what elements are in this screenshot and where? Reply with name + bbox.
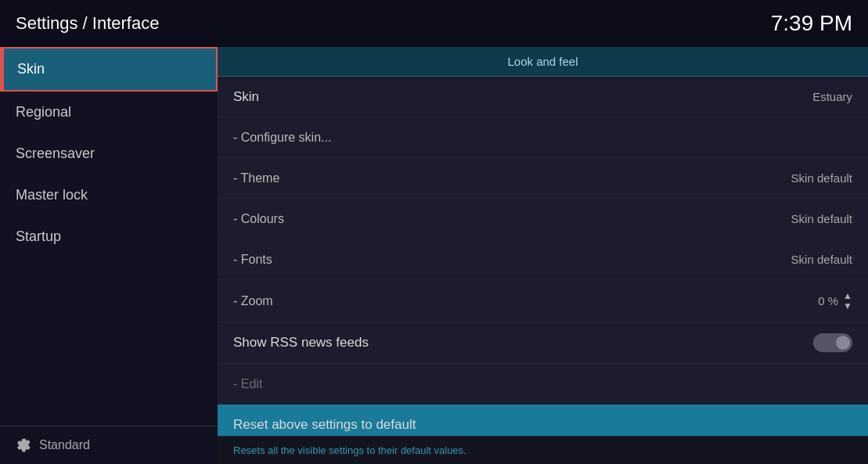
sidebar-nav: SkinRegionalScreensaverMaster lockStartu… xyxy=(0,47,218,426)
page-title: Settings / Interface xyxy=(16,13,159,34)
app-header: Settings / Interface 7:39 PM xyxy=(0,0,868,47)
sidebar-item-master-lock[interactable]: Master lock xyxy=(0,174,218,216)
settings-row-reset[interactable]: Reset above settings to default xyxy=(218,405,868,436)
setting-label-zoom: - Zoom xyxy=(233,294,273,308)
right-panel: Look and feel SkinEstuary- Configure ski… xyxy=(218,47,868,464)
standard-label: Standard xyxy=(39,438,90,452)
setting-value-zoom: 0 % ▲▼ xyxy=(818,291,852,311)
settings-row-theme: - ThemeSkin default xyxy=(218,158,868,199)
clock: 7:39 PM xyxy=(771,11,852,36)
setting-label-reset: Reset above settings to default xyxy=(233,417,416,433)
setting-label-theme: - Theme xyxy=(233,171,279,185)
sidebar-item-skin[interactable]: Skin xyxy=(0,47,218,92)
setting-label-skin: Skin xyxy=(233,89,259,105)
main-layout: SkinRegionalScreensaverMaster lockStartu… xyxy=(0,47,868,464)
toggle-rss-feeds[interactable] xyxy=(813,333,852,352)
setting-value-fonts: Skin default xyxy=(791,253,852,266)
setting-label-configure-skin: - Configure skin... xyxy=(233,131,331,145)
settings-row-rss-feeds[interactable]: Show RSS news feeds xyxy=(218,322,868,364)
settings-row-edit[interactable]: - Edit xyxy=(218,364,868,405)
sidebar-item-screensaver[interactable]: Screensaver xyxy=(0,133,218,174)
setting-value-skin: Estuary xyxy=(812,90,852,103)
setting-label-fonts: - Fonts xyxy=(233,253,272,267)
stepper-arrows-zoom[interactable]: ▲▼ xyxy=(843,291,852,311)
footer-hint: Resets all the visible settings to their… xyxy=(218,436,868,464)
sidebar-item-startup[interactable]: Startup xyxy=(0,216,218,257)
setting-label-rss-feeds: Show RSS news feeds xyxy=(233,335,369,351)
sidebar-item-regional[interactable]: Regional xyxy=(0,92,218,133)
settings-row-skin: SkinEstuary xyxy=(218,77,868,117)
settings-row-fonts: - FontsSkin default xyxy=(218,239,868,280)
settings-row-configure-skin[interactable]: - Configure skin... xyxy=(218,117,868,158)
setting-value-theme: Skin default xyxy=(791,171,852,185)
setting-label-colours: - Colours xyxy=(233,212,284,226)
settings-list: SkinEstuary- Configure skin...- ThemeSki… xyxy=(218,77,868,436)
settings-row-zoom[interactable]: - Zoom0 % ▲▼ xyxy=(218,280,868,322)
gear-icon xyxy=(16,437,31,453)
setting-value-colours: Skin default xyxy=(791,212,852,225)
settings-row-colours: - ColoursSkin default xyxy=(218,199,868,239)
section-header: Look and feel xyxy=(218,47,868,77)
sidebar: SkinRegionalScreensaverMaster lockStartu… xyxy=(0,47,218,464)
setting-label-edit: - Edit xyxy=(233,377,262,391)
arrow-down[interactable]: ▼ xyxy=(843,301,852,311)
sidebar-footer: Standard xyxy=(0,426,218,464)
arrow-up[interactable]: ▲ xyxy=(843,291,852,300)
